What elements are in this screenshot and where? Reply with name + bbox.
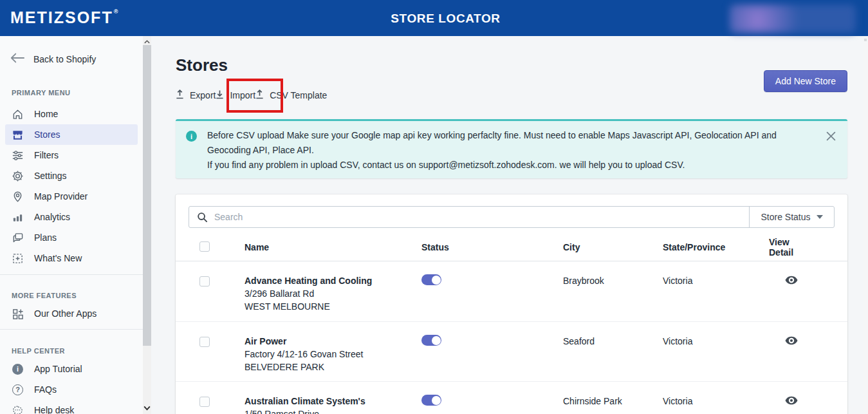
more-features-nav: Our Other Apps: [0, 303, 143, 324]
scroll-down-icon[interactable]: [143, 403, 151, 414]
scroll-up-icon[interactable]: [864, 39, 867, 41]
sidebar-item-home[interactable]: Home: [0, 104, 143, 124]
sidebar-scrollbar[interactable]: [143, 36, 151, 414]
filters-icon: [12, 149, 24, 162]
csv-template-label: CSV Template: [270, 90, 327, 100]
user-account-blurred[interactable]: [730, 5, 856, 33]
column-header-state: State/Province: [663, 242, 769, 252]
status-toggle[interactable]: [421, 395, 441, 406]
sidebar-item-label: Plans: [34, 232, 57, 243]
sidebar-item-label: Home: [34, 109, 58, 119]
store-city: Chirnside Park: [563, 395, 663, 408]
download-icon: [216, 89, 224, 101]
gear-icon: [12, 170, 24, 182]
row-checkbox[interactable]: [199, 276, 210, 287]
store-address: Factory 4/12-16 Govan Street: [245, 348, 421, 361]
page-scrollbar[interactable]: [863, 36, 868, 414]
store-city: Seaford: [563, 335, 663, 348]
row-checkbox[interactable]: [199, 337, 210, 347]
logo-text: METIZSOFT: [10, 8, 113, 26]
store-name: Australian Climate System's: [245, 395, 421, 408]
sidebar-item-analytics[interactable]: Analytics: [0, 207, 143, 227]
chevron-down-icon: [817, 215, 823, 219]
primary-menu-nav: Home Stores Filters Settings Map Provide…: [0, 104, 143, 268]
row-checkbox[interactable]: [199, 397, 210, 407]
sidebar-item-faqs[interactable]: ? FAQs: [0, 379, 143, 400]
select-all-checkbox[interactable]: [199, 241, 210, 252]
info-banner: i Before CSV upload Make sure your Googl…: [176, 119, 847, 178]
sidebar-item-stores[interactable]: Stores: [5, 124, 138, 145]
sidebar-item-app-tutorial[interactable]: i App Tutorial: [0, 359, 143, 379]
column-header-city: City: [563, 242, 663, 252]
store-status-dropdown[interactable]: Store Status: [750, 207, 834, 227]
sidebar-item-label: Settings: [34, 171, 67, 181]
sidebar-item-label: What's New: [34, 253, 82, 263]
search-box: [189, 207, 749, 227]
store-name: Air Power: [245, 335, 421, 348]
app-title: STORE LOCATOR: [391, 12, 500, 26]
store-name-cell: Air Power Factory 4/12-16 Govan Street B…: [245, 335, 421, 373]
close-icon[interactable]: [826, 131, 836, 142]
apps-grid-icon: [12, 308, 24, 320]
store-name-cell: Australian Climate System's 1/50 Ramset …: [245, 395, 421, 414]
eye-icon[interactable]: [785, 336, 798, 345]
sidebar-scrollbar-thumb[interactable]: [143, 45, 151, 346]
store-name-cell: Advance Heating and Cooling 3/296 Ballar…: [245, 274, 421, 313]
sidebar-item-plans[interactable]: Plans: [0, 227, 143, 248]
stores-toolbar: Export Import CSV Template: [176, 89, 327, 101]
eye-icon[interactable]: [785, 396, 798, 405]
import-button[interactable]: Import: [216, 89, 255, 101]
export-button[interactable]: Export: [176, 89, 216, 101]
export-label: Export: [190, 90, 216, 100]
table-row: Advance Heating and Cooling 3/296 Ballar…: [176, 261, 847, 321]
table-row: Australian Climate System's 1/50 Ramset …: [176, 381, 847, 414]
eye-icon[interactable]: [785, 276, 798, 285]
toggle-knob: [432, 336, 441, 345]
add-new-store-button[interactable]: Add New Store: [764, 70, 847, 92]
back-arrow-icon: [10, 53, 24, 65]
map-pin-icon: [12, 191, 24, 203]
metizsoft-logo[interactable]: METIZSOFT®: [10, 8, 118, 27]
upload-icon: [176, 89, 184, 101]
more-features-heading: MORE FEATURES: [12, 292, 143, 299]
store-locator-app: METIZSOFT® STORE LOCATOR Back to Shopify…: [0, 0, 868, 414]
table-filter-bar: Store Status: [189, 206, 835, 228]
store-name: Advance Heating and Cooling: [245, 274, 421, 287]
help-center-nav: i App Tutorial ? FAQs Help desk: [0, 359, 143, 414]
column-header-view-detail: View Detail: [769, 237, 847, 258]
csv-template-button[interactable]: CSV Template: [255, 89, 327, 101]
sidebar-item-help-desk[interactable]: Help desk: [0, 400, 143, 414]
search-icon: [197, 212, 208, 223]
page-title: Stores: [176, 55, 228, 75]
app-header: METIZSOFT® STORE LOCATOR: [0, 0, 868, 36]
main-content: Stores Export Import CSV Template Add Ne…: [151, 36, 868, 414]
store-address: 1/50 Ramset Drive: [245, 408, 421, 414]
sidebar-item-settings[interactable]: Settings: [0, 165, 143, 186]
stores-table-card: Store Status Name Status City State/Prov…: [176, 194, 847, 414]
back-to-shopify-link[interactable]: Back to Shopify: [0, 36, 143, 65]
info-circle-icon: i: [12, 363, 24, 375]
plans-icon: [12, 232, 24, 244]
sidebar-item-label: App Tutorial: [34, 364, 82, 374]
info-icon: i: [186, 131, 197, 142]
status-toggle[interactable]: [421, 335, 441, 346]
column-header-name: Name: [245, 242, 421, 252]
store-city: Braybrook: [563, 274, 663, 287]
help-center-heading: HELP CENTER: [12, 347, 143, 355]
question-circle-icon: ?: [12, 384, 24, 396]
toggle-knob: [432, 276, 441, 285]
store-state: Victoria: [663, 395, 769, 408]
sidebar-item-label: FAQs: [34, 384, 57, 395]
sidebar-item-our-other-apps[interactable]: Our Other Apps: [0, 303, 143, 324]
sidebar-divider: [0, 274, 143, 275]
sidebar-item-filters[interactable]: Filters: [0, 145, 143, 165]
storefront-icon: [12, 129, 24, 141]
store-status-label: Store Status: [761, 212, 810, 222]
search-input[interactable]: [214, 212, 749, 222]
sidebar-item-whats-new[interactable]: What's New: [0, 248, 143, 268]
primary-menu-heading: PRIMARY MENU: [12, 89, 143, 97]
sidebar-item-label: Our Other Apps: [34, 308, 97, 319]
table-row: Air Power Factory 4/12-16 Govan Street B…: [176, 321, 847, 381]
sidebar-item-map-provider[interactable]: Map Provider: [0, 186, 143, 207]
status-toggle[interactable]: [421, 274, 441, 285]
